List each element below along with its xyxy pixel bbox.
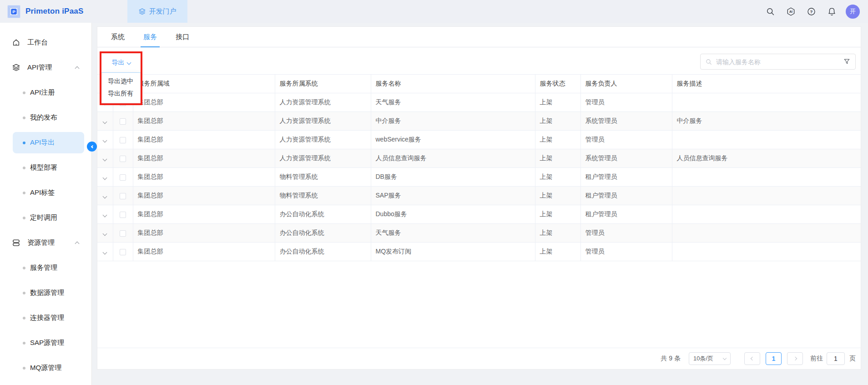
bullet-dot-icon — [23, 342, 25, 344]
sidebar-item-label: API管理 — [27, 63, 52, 72]
row-checkbox[interactable] — [120, 118, 126, 125]
chevron-left-icon — [91, 145, 94, 148]
row-expand-icon[interactable] — [103, 232, 107, 236]
row-expand-icon[interactable] — [103, 120, 107, 124]
sidebar-item-mq-source-management[interactable]: MQ源管理 — [0, 355, 91, 380]
row-checkbox[interactable] — [120, 174, 126, 181]
notification-bell-icon[interactable] — [827, 7, 837, 16]
table-cell: 中介服务 — [672, 112, 861, 131]
sidebar-collapse-toggle[interactable] — [87, 142, 97, 152]
service-search-input[interactable] — [716, 58, 839, 66]
sidebar-item-connector-management[interactable]: 连接器管理 — [0, 305, 91, 330]
bullet-dot-icon — [23, 117, 25, 119]
search-icon[interactable] — [766, 7, 775, 16]
table-cell: 人力资源管理系统 — [275, 149, 371, 168]
column-header: 服务所属域 — [133, 75, 275, 93]
row-expand-icon[interactable] — [103, 176, 107, 180]
help-icon[interactable] — [807, 7, 816, 16]
sidebar-item-label: 定时调用 — [30, 213, 57, 222]
sidebar-item-sap-source-management[interactable]: SAP源管理 — [0, 330, 91, 355]
tab-system[interactable]: 系统 — [111, 27, 125, 47]
sidebar-item-label: 服务管理 — [30, 263, 57, 272]
topbar-icons — [766, 7, 837, 16]
user-avatar[interactable]: 开 — [846, 5, 860, 19]
ai-assistant-icon[interactable] — [786, 7, 796, 16]
row-checkbox[interactable] — [120, 137, 126, 143]
goto-page-input[interactable] — [827, 352, 845, 365]
column-header: 服务负责人 — [580, 75, 672, 93]
sidebar-item-resource-management[interactable]: 资源管理 — [0, 230, 91, 255]
row-expand-icon[interactable] — [103, 138, 107, 143]
row-expand-icon[interactable] — [103, 250, 107, 255]
export-button[interactable]: 导出 — [101, 53, 141, 72]
sidebar-item-api-register[interactable]: API注册 — [0, 80, 91, 105]
chevron-up-icon — [76, 239, 79, 247]
sidebar-item-label: MQ源管理 — [30, 364, 61, 372]
bullet-dot-icon — [23, 317, 25, 319]
row-checkbox[interactable] — [120, 249, 126, 255]
bullet-dot-icon — [23, 267, 25, 269]
page-size-select[interactable]: 10条/页 — [689, 352, 731, 365]
table-cell: 系统管理员 — [580, 149, 672, 168]
sidebar-item-my-publish[interactable]: 我的发布 — [0, 105, 91, 130]
table-cell — [672, 243, 861, 261]
table-row: 集团总部人力资源管理系统中介服务上架系统管理员中介服务 — [97, 112, 861, 131]
row-checkbox[interactable] — [120, 230, 126, 237]
export-menu: 导出选中导出所有 — [101, 72, 141, 103]
topbar: P Primeton iPaaS 开发门户 开 — [0, 0, 868, 23]
row-expand-icon[interactable] — [103, 194, 107, 199]
menu-item-export-all[interactable]: 导出所有 — [102, 87, 140, 100]
row-expand-icon[interactable] — [103, 157, 107, 162]
tabs-row: 系统服务接口 — [97, 27, 861, 47]
sidebar-item-label: API标签 — [30, 188, 55, 197]
sidebar-item-api-management[interactable]: API管理 — [0, 55, 91, 80]
sidebar-item-api-export[interactable]: API导出 — [13, 132, 84, 153]
column-header: 服务状态 — [535, 75, 580, 93]
row-checkbox[interactable] — [120, 193, 126, 199]
menu-item-export-selected[interactable]: 导出选中 — [102, 75, 140, 87]
row-checkbox[interactable] — [120, 212, 126, 218]
filter-funnel-icon[interactable] — [843, 58, 851, 66]
sidebar-item-label: 资源管理 — [27, 238, 55, 247]
row-checkbox[interactable] — [120, 156, 126, 162]
sidebar-item-model-deploy[interactable]: 模型部署 — [0, 155, 91, 180]
sidebar-item-service-management[interactable]: 服务管理 — [0, 255, 91, 280]
table-cell: 物料管理系统 — [275, 187, 371, 205]
table-cell: 集团总部 — [133, 112, 275, 131]
table-cell — [672, 224, 861, 243]
table-cell — [672, 168, 861, 187]
table-cell: 办公自动化系统 — [275, 243, 371, 261]
brand-area: P Primeton iPaaS — [0, 5, 84, 19]
tab-service[interactable]: 服务 — [143, 27, 157, 47]
bullet-dot-icon — [23, 192, 25, 194]
table-cell: 中介服务 — [371, 112, 535, 131]
tab-label: 系统 — [111, 33, 125, 41]
table-cell: 租户管理员 — [580, 187, 672, 205]
next-page-button[interactable] — [787, 352, 803, 365]
prev-page-button[interactable] — [744, 352, 760, 365]
sidebar-item-api-tags[interactable]: API标签 — [0, 180, 91, 205]
page-number-1[interactable]: 1 — [766, 352, 782, 365]
table-cell: 物料管理系统 — [275, 168, 371, 187]
tab-dev-portal[interactable]: 开发门户 — [127, 0, 187, 23]
table-cell: 天气服务 — [371, 93, 535, 112]
table-cell: 租户管理员 — [580, 205, 672, 224]
table-cell: 集团总部 — [133, 168, 275, 187]
table-cell: MQ发布订阅 — [371, 243, 535, 261]
row-expand-icon[interactable] — [103, 213, 107, 218]
primeton-logo-icon: P — [7, 5, 21, 19]
bullet-dot-icon — [23, 292, 25, 294]
sidebar-item-datasource-management[interactable]: 数据源管理 — [0, 280, 91, 305]
table-cell: 集团总部 — [133, 224, 275, 243]
sidebar-item-scheduled-call[interactable]: 定时调用 — [0, 205, 91, 230]
table-cell: 人力资源管理系统 — [275, 93, 371, 112]
bullet-dot-icon — [23, 142, 25, 144]
table-cell: 上架 — [535, 224, 580, 243]
table-cell: 上架 — [535, 187, 580, 205]
sidebar-item-workbench[interactable]: 工作台 — [0, 30, 91, 55]
table-cell: 办公自动化系统 — [275, 205, 371, 224]
sidebar-item-label: 连接器管理 — [30, 314, 64, 322]
tab-interface[interactable]: 接口 — [176, 27, 189, 47]
page-size-value: 10条/页 — [693, 355, 713, 363]
column-header: 服务名称 — [371, 75, 535, 93]
